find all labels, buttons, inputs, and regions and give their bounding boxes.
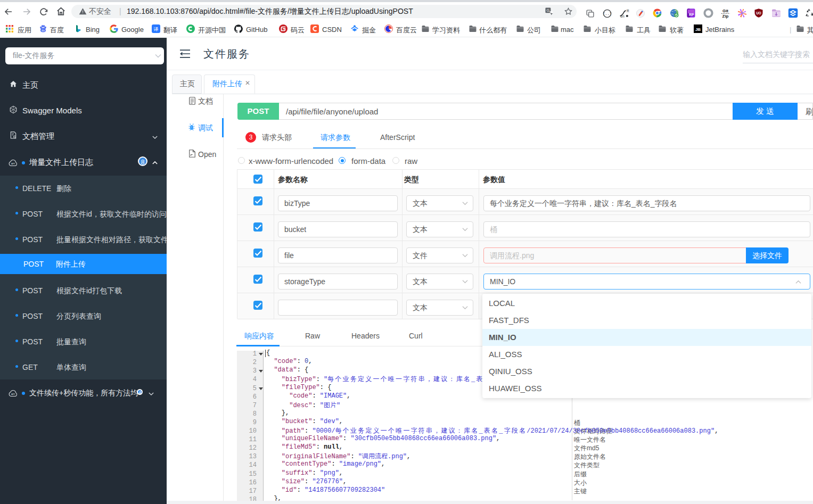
svg-text:en: en (620, 14, 625, 18)
svg-text:API: API (11, 162, 15, 165)
svg-text:Git: Git (722, 9, 728, 13)
svg-text:du: du (42, 29, 45, 32)
svg-text:UO: UO (756, 11, 761, 15)
svg-text:G: G (547, 9, 550, 13)
svg-text:Zip: Zip (722, 14, 729, 19)
svg-text:英: 英 (626, 9, 629, 13)
svg-text:RP: RP (689, 13, 694, 16)
svg-text:API: API (11, 393, 15, 395)
svg-text:JB: JB (695, 27, 701, 32)
svg-text:译: 译 (154, 27, 159, 32)
svg-text:{..}: {..} (603, 12, 612, 16)
